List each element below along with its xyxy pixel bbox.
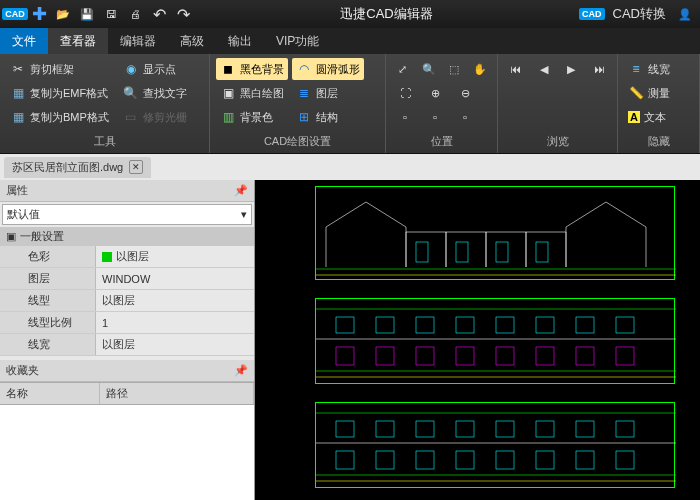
- group-hide-label: 隐藏: [624, 132, 693, 149]
- svg-rect-24: [576, 347, 594, 365]
- file-tab[interactable]: 苏区民居剖立面图.dwg ✕: [4, 157, 151, 178]
- drawing-canvas[interactable]: [255, 180, 700, 500]
- ruler-icon: 📏: [628, 85, 644, 101]
- smooth-arc-button[interactable]: ◠圆滑弧形: [292, 58, 364, 80]
- svg-rect-39: [376, 451, 394, 469]
- black-bg-button[interactable]: ◼黑色背景: [216, 58, 288, 80]
- linewidth-icon: ≡: [628, 61, 644, 77]
- emf-icon: ▦: [10, 85, 26, 101]
- tab-vip[interactable]: VIP功能: [264, 28, 331, 54]
- property-row[interactable]: 线型以图层: [0, 290, 254, 312]
- zoom-in-icon[interactable]: 🔍: [418, 58, 440, 80]
- svg-rect-43: [536, 451, 554, 469]
- property-row[interactable]: 线宽以图层: [0, 334, 254, 356]
- collapse-icon: ▣: [6, 230, 16, 243]
- tab-editor[interactable]: 编辑器: [108, 28, 168, 54]
- nav-last-icon[interactable]: ⏭: [587, 58, 611, 80]
- user-icon[interactable]: 👤: [674, 3, 696, 25]
- general-section[interactable]: ▣ 一般设置: [0, 227, 254, 246]
- find-text-button[interactable]: 🔍查找文字: [119, 82, 191, 104]
- text-button[interactable]: A文本: [624, 106, 693, 128]
- property-row[interactable]: 线型比例1: [0, 312, 254, 334]
- tab-file[interactable]: 文件: [0, 28, 48, 54]
- svg-rect-42: [496, 451, 514, 469]
- points-icon: ◉: [123, 61, 139, 77]
- property-value[interactable]: 以图层: [96, 246, 254, 267]
- crop-frame-button[interactable]: ✂剪切框架: [6, 58, 113, 80]
- col-path[interactable]: 路径: [100, 383, 254, 404]
- text-a-icon: A: [628, 111, 640, 123]
- close-icon[interactable]: ✕: [129, 160, 143, 174]
- ribbon: ✂剪切框架 ▦复制为EMF格式 ▦复制为BMP格式 ◉显示点 🔍查找文字 ▭修剪…: [0, 54, 700, 154]
- search-icon: 🔍: [123, 85, 139, 101]
- nav-next-icon[interactable]: ▶: [560, 58, 584, 80]
- cad-convert-button[interactable]: CAD转换: [613, 5, 666, 23]
- view2-icon[interactable]: ▫: [422, 106, 448, 128]
- svg-rect-23: [536, 347, 554, 365]
- property-key: 色彩: [0, 246, 96, 267]
- zoom-window-icon[interactable]: ⬚: [444, 58, 466, 80]
- zoom-extents-icon[interactable]: ⤢: [392, 58, 414, 80]
- bgcolor-button[interactable]: ▥背景色: [216, 106, 288, 128]
- view1-icon[interactable]: ▫: [392, 106, 418, 128]
- property-value[interactable]: WINDOW: [96, 268, 254, 289]
- pan-icon[interactable]: ✋: [469, 58, 491, 80]
- struct-icon: ⊞: [296, 109, 312, 125]
- svg-rect-33: [456, 421, 474, 437]
- property-grid: 色彩以图层图层WINDOW线型以图层线型比例1线宽以图层: [0, 246, 254, 356]
- pin-icon[interactable]: 📌: [234, 364, 248, 377]
- svg-rect-40: [416, 451, 434, 469]
- copy-bmp-button[interactable]: ▦复制为BMP格式: [6, 106, 113, 128]
- linewidth-button[interactable]: ≡线宽: [624, 58, 693, 80]
- col-name[interactable]: 名称: [0, 383, 100, 404]
- copy-emf-button[interactable]: ▦复制为EMF格式: [6, 82, 113, 104]
- measure-button[interactable]: 📏测量: [624, 82, 693, 104]
- blackbg-icon: ◼: [220, 61, 236, 77]
- tab-viewer[interactable]: 查看器: [48, 28, 108, 54]
- zoom-plus-icon[interactable]: ⊕: [422, 82, 448, 104]
- property-value[interactable]: 以图层: [96, 290, 254, 311]
- nav-prev-icon[interactable]: ◀: [532, 58, 556, 80]
- view3-icon[interactable]: ▫: [452, 106, 478, 128]
- save-icon[interactable]: 💾: [76, 3, 98, 25]
- tab-output[interactable]: 输出: [216, 28, 264, 54]
- layer-button[interactable]: ≣图层: [292, 82, 364, 104]
- group-position-label: 位置: [392, 132, 491, 149]
- app-title: 迅捷CAD编辑器: [196, 5, 577, 23]
- property-row[interactable]: 色彩以图层: [0, 246, 254, 268]
- property-value[interactable]: 以图层: [96, 334, 254, 355]
- fit-icon[interactable]: ⛶: [392, 82, 418, 104]
- property-value[interactable]: 1: [96, 312, 254, 333]
- nav-first-icon[interactable]: ⏮: [504, 58, 528, 80]
- svg-rect-35: [536, 421, 554, 437]
- default-dropdown[interactable]: 默认值 ▾: [2, 204, 252, 225]
- svg-rect-13: [456, 317, 474, 333]
- chevron-down-icon: ▾: [241, 208, 247, 221]
- zoom-minus-icon[interactable]: ⊖: [452, 82, 478, 104]
- struct-button[interactable]: ⊞结构: [292, 106, 364, 128]
- tab-advanced[interactable]: 高级: [168, 28, 216, 54]
- undo-icon[interactable]: ↶: [148, 3, 170, 25]
- redo-icon[interactable]: ↷: [172, 3, 194, 25]
- svg-rect-22: [496, 347, 514, 365]
- new-icon[interactable]: ✚: [28, 3, 50, 25]
- svg-rect-21: [456, 347, 474, 365]
- svg-rect-17: [616, 317, 634, 333]
- bw-draw-button[interactable]: ▣黑白绘图: [216, 82, 288, 104]
- titlebar: CAD ✚ 📂 💾 🖫 🖨 ↶ ↷ 迅捷CAD编辑器 CAD CAD转换 👤: [0, 0, 700, 28]
- open-icon[interactable]: 📂: [52, 3, 74, 25]
- properties-header: 属性 📌: [0, 180, 254, 202]
- show-points-button[interactable]: ◉显示点: [119, 58, 191, 80]
- svg-rect-11: [376, 317, 394, 333]
- svg-rect-41: [456, 451, 474, 469]
- trim-raster-button: ▭修剪光栅: [119, 106, 191, 128]
- print-icon[interactable]: 🖨: [124, 3, 146, 25]
- pin-icon[interactable]: 📌: [234, 184, 248, 197]
- saveas-icon[interactable]: 🖫: [100, 3, 122, 25]
- svg-rect-14: [496, 317, 514, 333]
- file-tab-bar: 苏区民居剖立面图.dwg ✕: [0, 154, 700, 180]
- svg-rect-44: [576, 451, 594, 469]
- menubar: 文件 查看器 编辑器 高级 输出 VIP功能: [0, 28, 700, 54]
- polish-icon: ▭: [123, 109, 139, 125]
- property-row[interactable]: 图层WINDOW: [0, 268, 254, 290]
